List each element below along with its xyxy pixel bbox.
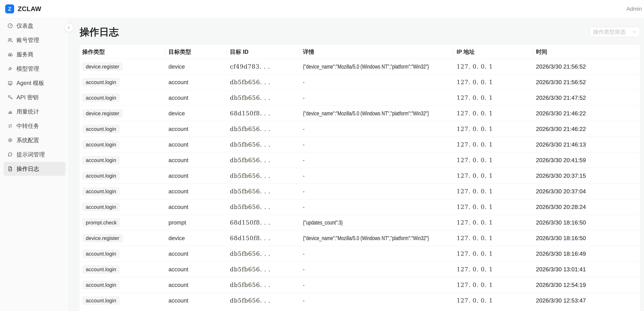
details-text: -	[303, 79, 304, 86]
sidebar-item-label: 操作日志	[16, 165, 39, 173]
target-type-cell: account	[166, 152, 227, 168]
target-id-cell: cf49d783. . .	[227, 59, 300, 74]
sidebar-collapse-button[interactable]	[64, 23, 73, 32]
target-id-cell: db5fb656. . .	[227, 293, 300, 308]
op-type-badge: account.login	[82, 140, 120, 149]
ip-cell: 127. 0. 0. 1	[454, 184, 533, 199]
ip-cell: 127. 0. 0. 1	[454, 246, 533, 261]
target-type-cell: account	[166, 137, 227, 152]
details-cell: -	[300, 184, 454, 199]
sidebar-item-swap[interactable]: 中转任务	[4, 119, 66, 133]
cloud-icon	[7, 52, 13, 57]
sidebar-item-key[interactable]: API 密钥	[4, 90, 66, 104]
sidebar-item-bar-chart[interactable]: 用量统计	[4, 105, 66, 119]
table-row: account.loginaccountdb5fb656. . .-127. 0…	[80, 74, 640, 90]
target-type-cell: prompt	[166, 215, 227, 230]
time-cell: 2026/3/30 20:41:59	[533, 152, 640, 168]
target-id-cell: 68d150f8. . .	[227, 230, 300, 246]
sidebar-item-dashboard[interactable]: 仪表盘	[4, 19, 66, 33]
details-text: -	[303, 250, 304, 257]
op-type-badge: account.login	[82, 249, 120, 258]
target-type-cell: device	[166, 106, 227, 121]
column-header-op-type: 操作类型	[80, 45, 166, 59]
sidebar-item-document[interactable]: 操作日志	[4, 162, 66, 176]
target-id-cell: 68d150f8. . .	[227, 215, 300, 230]
time-cell: 2026/3/30 18:16:50	[533, 230, 640, 246]
details-text: -	[303, 188, 304, 195]
sidebar-item-gear[interactable]: 系统配置	[4, 133, 66, 147]
table-row: account.loginaccountdb5fb656. . .-127. 0…	[80, 277, 640, 292]
sidebar-item-label: 账号管理	[16, 36, 39, 44]
sidebar-item-chat[interactable]: 提示词管理	[4, 148, 66, 161]
time-cell: 2026/3/30 20:37:04	[533, 184, 640, 199]
op-type-cell: account.login	[80, 246, 166, 261]
column-header-details: 详情	[300, 45, 454, 59]
target-id-cell: db5fb656. . .	[227, 262, 300, 277]
target-type-cell: device	[166, 59, 227, 74]
details-cell: -	[300, 262, 454, 277]
key-icon	[7, 94, 13, 100]
sidebar: 仪表盘账号管理服务商模型管理Agent 模板API 密钥用量统计中转任务系统配置…	[0, 18, 69, 311]
column-header-target-id: 目标 ID	[227, 45, 300, 59]
sidebar-item-users[interactable]: 账号管理	[4, 33, 66, 47]
op-type-badge: account.login	[82, 281, 120, 289]
ip-cell: 127. 0. 0. 1	[454, 59, 533, 74]
brand-name: ZCLAW	[18, 5, 41, 13]
time-cell: 2026/3/30 21:56:52	[533, 59, 640, 74]
column-header-target-type: 目标类型	[166, 45, 227, 59]
target-id-cell: db5fb656. . .	[227, 277, 300, 292]
ip-cell: 127. 0. 0. 1	[454, 168, 533, 183]
target-type-cell: account	[166, 90, 227, 105]
plug-icon	[7, 66, 13, 72]
table-row: account.loginaccountdb5fb656. . .-127. 0…	[80, 137, 640, 152]
ip-cell: 127. 0. 0. 1	[454, 90, 533, 105]
op-type-cell: account.login	[80, 168, 166, 183]
details-cell: {"updates_count":3}	[300, 215, 454, 230]
table-row: account.loginaccountdb5fb656. . .-127. 0…	[80, 261, 640, 277]
sidebar-item-label: 仪表盘	[16, 22, 34, 30]
details-cell: -	[300, 168, 454, 183]
sidebar-item-robot[interactable]: Agent 模板	[4, 76, 66, 90]
op-type-cell: device.register	[80, 59, 166, 74]
table-row: device.registerdevice68d150f8. . .{"devi…	[80, 230, 640, 246]
table-body: device.registerdevicecf49d783. . .{"devi…	[80, 59, 640, 308]
op-type-badge: account.login	[82, 172, 120, 180]
sidebar-item-plug[interactable]: 模型管理	[4, 62, 66, 76]
sidebar-item-label: Agent 模板	[16, 79, 44, 87]
sidebar-item-cloud[interactable]: 服务商	[4, 48, 66, 61]
gear-icon	[7, 137, 13, 143]
op-type-badge: account.login	[82, 78, 120, 87]
main-content: 操作日志 操作类型筛选 操作类型 目标类型 目标 ID 详情 IP 地址 时间 …	[69, 18, 644, 311]
time-cell: 2026/3/30 20:28:24	[533, 199, 640, 215]
ip-cell: 127. 0. 0. 1	[454, 106, 533, 121]
target-id-cell: db5fb656. . .	[227, 184, 300, 199]
chevron-left-icon	[67, 25, 71, 30]
table-row: account.loginaccountdb5fb656. . .-127. 0…	[80, 292, 640, 308]
ip-cell: 127. 0. 0. 1	[454, 215, 533, 230]
target-type-cell: account	[166, 246, 227, 261]
table-row: account.loginaccountdb5fb656. . .-127. 0…	[80, 121, 640, 137]
op-type-cell: account.login	[80, 262, 166, 277]
table-row: account.loginaccountdb5fb656. . .-127. 0…	[80, 246, 640, 261]
time-cell: 2026/3/30 12:53:47	[533, 293, 640, 308]
chevron-down-icon	[632, 30, 637, 35]
op-type-cell: account.login	[80, 277, 166, 292]
op-type-badge: device.register	[82, 62, 123, 71]
op-type-badge: account.login	[82, 203, 120, 211]
user-menu[interactable]: Admin	[626, 6, 642, 12]
op-type-cell: account.login	[80, 137, 166, 152]
op-type-badge: account.login	[82, 125, 120, 133]
target-type-cell: account	[166, 277, 227, 292]
ip-cell: 127. 0. 0. 1	[454, 152, 533, 168]
details-cell: {"device_name":"Mozilla/5.0 (Windows NT"…	[300, 106, 454, 121]
op-type-cell: account.login	[80, 90, 166, 105]
details-cell: -	[300, 152, 454, 168]
table-row: account.loginaccountdb5fb656. . .-127. 0…	[80, 152, 640, 168]
sidebar-item-label: 中转任务	[16, 122, 39, 130]
sidebar-item-label: 服务商	[16, 51, 34, 58]
details-cell: -	[300, 75, 454, 90]
brand-logo: Z	[5, 5, 14, 14]
details-text: -	[303, 173, 304, 179]
operation-type-filter-select[interactable]: 操作类型筛选	[590, 27, 640, 37]
details-cell: -	[300, 137, 454, 152]
